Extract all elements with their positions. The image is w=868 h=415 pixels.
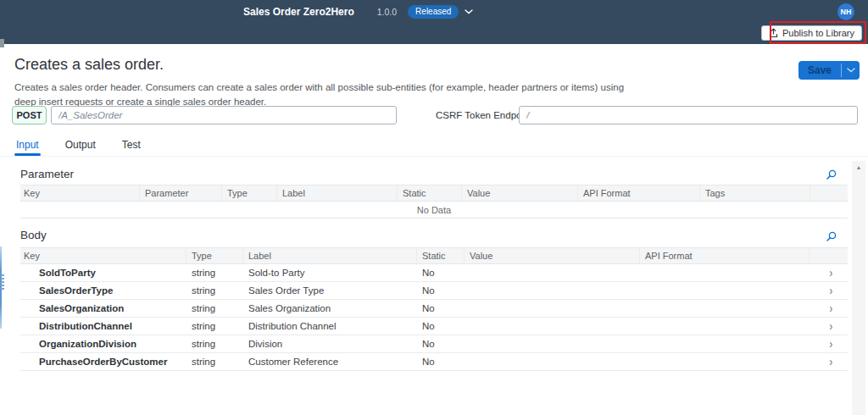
row-type: string (186, 303, 243, 313)
status-badge[interactable]: Released (408, 5, 459, 19)
row-key: OrganizationDivision (20, 339, 186, 349)
column-header-actions (810, 248, 848, 263)
status-badge-label: Released (415, 7, 451, 16)
row-key: DistributionChannel (20, 321, 186, 331)
endpoint-input[interactable] (51, 106, 397, 125)
row-detail-chevron[interactable]: › (810, 285, 848, 296)
no-data-row: No Data (20, 202, 848, 219)
row-key: SoldToParty (20, 268, 186, 278)
chevron-right-icon: › (830, 320, 833, 332)
scrollbar-up-arrow[interactable]: ▲ (852, 161, 865, 173)
chevron-right-icon: › (830, 267, 833, 279)
tab-input[interactable]: Input (14, 134, 41, 156)
save-split-button: Save (798, 61, 860, 80)
page-title: Creates a sales order. (14, 56, 164, 74)
row-key: SalesOrganization (20, 303, 186, 313)
row-static: No (417, 321, 465, 331)
chevron-right-icon: › (830, 338, 833, 350)
column-header: Static (398, 185, 462, 201)
column-header: Key (20, 185, 140, 201)
chevron-right-icon: › (830, 302, 833, 314)
table-row[interactable]: OrganizationDivision string Division No … (20, 335, 848, 353)
row-label: Division (243, 339, 417, 349)
row-type: string (186, 268, 243, 278)
row-static: No (417, 339, 465, 349)
api-editor-screen: Sales Order Zero2Hero 1.0.0 Released NH … (0, 0, 868, 415)
csrf-token-input[interactable] (519, 106, 858, 125)
http-method-badge: POST (12, 106, 47, 125)
column-header-actions (810, 185, 848, 201)
avatar-initials: NH (841, 8, 852, 16)
parameter-search-icon[interactable] (824, 168, 837, 181)
parameter-table: Key Parameter Type Label Static Value AP… (20, 185, 848, 219)
column-header: Label (243, 248, 417, 263)
chevron-down-icon[interactable] (465, 9, 473, 14)
row-static: No (417, 357, 465, 367)
row-label: Sold-to Party (243, 268, 417, 278)
tab-bar: Input Output Test (0, 134, 868, 157)
version-label: 1.0.0 (377, 7, 397, 17)
publish-to-library-label: Publish to Library (782, 28, 854, 38)
left-panel-handle[interactable] (0, 39, 4, 47)
chevron-right-icon: › (830, 285, 833, 296)
row-label: Distribution Channel (243, 321, 417, 331)
upload-icon (769, 28, 778, 38)
body-table: Key Type Label Static Value API Format S… (20, 247, 848, 371)
row-key: PurchaseOrderByCustomer (20, 357, 186, 367)
row-key: SalesOrderType (20, 285, 186, 296)
row-label: Customer Reference (243, 357, 417, 367)
row-detail-chevron[interactable]: › (810, 267, 848, 279)
row-detail-chevron[interactable]: › (810, 320, 848, 332)
page-description: Creates a sales order header. Consumers … (14, 80, 642, 108)
row-label: Sales Order Type (243, 285, 417, 296)
column-header: Type (186, 248, 243, 263)
row-detail-chevron[interactable]: › (810, 338, 848, 350)
tab-test[interactable]: Test (120, 134, 142, 156)
project-title: Sales Order Zero2Hero (243, 6, 354, 18)
column-header: Value (465, 248, 640, 263)
shell-header: Sales Order Zero2Hero 1.0.0 Released NH … (0, 0, 868, 44)
column-header: Static (417, 248, 465, 263)
column-header: Value (462, 185, 578, 201)
body-section-title: Body (20, 229, 47, 241)
row-type: string (186, 339, 243, 349)
column-header: Parameter (140, 185, 222, 201)
publish-to-library-button[interactable]: Publish to Library (761, 25, 862, 41)
body-search-icon[interactable] (824, 230, 837, 243)
table-row[interactable]: SalesOrganization string Sales Organizat… (20, 300, 848, 318)
column-header: Type (222, 185, 277, 201)
row-detail-chevron[interactable]: › (810, 302, 848, 314)
column-header: Key (20, 248, 186, 263)
table-row[interactable]: DistributionChannel string Distribution … (20, 318, 848, 335)
row-label: Sales Organization (243, 303, 417, 313)
row-static: No (417, 285, 465, 296)
chevron-right-icon: › (830, 356, 833, 368)
row-static: No (417, 268, 465, 278)
table-row[interactable]: SoldToParty string Sold-to Party No › (20, 264, 848, 282)
vertical-scrollbar[interactable]: ▲ (852, 161, 865, 415)
table-row[interactable]: SalesOrderType string Sales Order Type N… (20, 282, 848, 300)
panel-splitter-grip[interactable] (1, 274, 4, 290)
row-type: string (186, 321, 243, 331)
row-type: string (186, 285, 243, 296)
column-header: API Format (578, 185, 700, 201)
tab-output[interactable]: Output (64, 134, 97, 156)
row-detail-chevron[interactable]: › (810, 356, 848, 368)
column-header: API Format (640, 248, 810, 263)
row-static: No (417, 303, 465, 313)
parameter-table-header: Key Parameter Type Label Static Value AP… (20, 185, 848, 202)
avatar[interactable]: NH (837, 3, 854, 20)
column-header: Tags (700, 185, 810, 201)
chevron-down-icon[interactable] (842, 61, 860, 80)
save-button[interactable]: Save (798, 61, 841, 80)
csrf-token-label: CSRF Token Endpoint (436, 110, 532, 120)
column-header: Label (277, 185, 398, 201)
project-title-group: Sales Order Zero2Hero 1.0.0 Released (243, 0, 473, 23)
parameter-section-title: Parameter (20, 168, 74, 180)
table-row[interactable]: PurchaseOrderByCustomer string Customer … (20, 353, 848, 371)
row-type: string (186, 357, 243, 367)
body-table-header: Key Type Label Static Value API Format (20, 247, 848, 264)
